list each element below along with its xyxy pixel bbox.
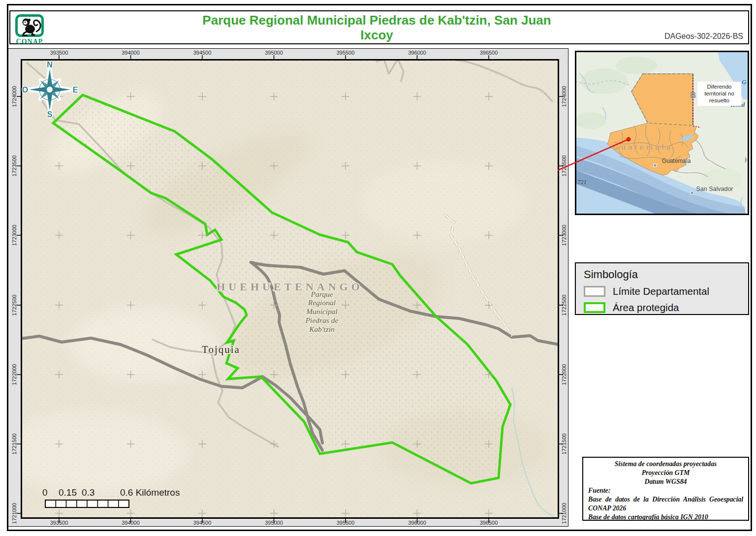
grid-label-easting-bottom: 396500 (469, 519, 508, 526)
grid-label-easting-top: 395000 (254, 49, 294, 56)
depth-label: 721 (577, 179, 587, 186)
grid-label-northing-right: 1723500 (561, 146, 567, 186)
locator-inset: B G Hond Guatemala Guatemala Ho San Salv… (575, 51, 749, 215)
compass-rose: N E S O (22, 61, 80, 119)
legend: Simbología Límite Departamental Área pro… (575, 262, 749, 315)
conap-monkey-icon (15, 14, 44, 37)
legend-item-area: Área protegida (584, 302, 740, 314)
grid-label-easting-top: 396500 (469, 49, 508, 56)
grid-label-easting-top: 394500 (183, 49, 222, 56)
capital-label: Guatemala (662, 158, 691, 164)
legend-title: Simbología (584, 268, 740, 281)
grid-label-easting-bottom: 393500 (39, 519, 79, 526)
document-id: DAGeos-302-2026-BS (664, 32, 743, 41)
scale-quarter: 0.15 (59, 487, 77, 498)
scale-half: 0.3 (82, 487, 94, 498)
grid-label-easting-bottom: 395000 (254, 519, 294, 526)
departmental-limit-swatch (584, 286, 605, 297)
grid-label-northing-right: 1722500 (561, 285, 567, 325)
grid-label-northing-left: 1724000 (11, 77, 18, 116)
source-line2: Base de datos cartografía básica IGN 201… (588, 513, 743, 522)
protected-area-swatch (584, 302, 605, 313)
scale-bar-graphic (30, 499, 192, 510)
gulf-label-fragment: G (742, 78, 747, 86)
svg-text:Piedras de: Piedras de (305, 316, 339, 324)
country-label: Guatemala (613, 143, 673, 151)
grid-label-easting-bottom: 395500 (326, 519, 365, 526)
grid-label-northing-right: 1721500 (561, 424, 567, 464)
grid-label-easting-bottom: 394000 (111, 519, 151, 526)
crs-line2: Proyección GTM (588, 469, 743, 477)
svg-text:Kab'tzin: Kab'tzin (309, 325, 335, 333)
page-title-line1: Parque Regional Municipal Piedras de Kab… (119, 13, 635, 28)
grid-label-easting-bottom: 396000 (398, 519, 437, 526)
san-salvador-label: San Salvador (696, 186, 733, 192)
conap-logo: CONAP (14, 14, 45, 46)
page-title: Parque Regional Municipal Piedras de Kab… (119, 13, 635, 42)
compass-south-label: S (47, 110, 53, 119)
grid-label-easting-top: 396000 (398, 49, 437, 56)
scale-bar: 0 0.15 0.3 0.6 Kilómetros (30, 487, 192, 510)
grid-label-northing-left: 1722000 (11, 355, 18, 394)
grid-label-northing-right: 1721000 (561, 494, 567, 533)
legend-item-limite: Límite Departamental (584, 285, 740, 297)
credits: Sistema de coordenadas proyectadas Proye… (582, 457, 749, 521)
scale-end: 0.6 Kilómetros (120, 487, 180, 498)
capital-city-dot (654, 164, 657, 167)
map-canvas: HUEHUETENANGO Parque Regional Municipal … (21, 59, 559, 519)
grid-label-easting-top: 393500 (39, 49, 79, 56)
compass-west-label: O (22, 86, 28, 94)
grid-label-northing-left: 1721000 (11, 494, 18, 533)
belize-label: B (690, 91, 696, 100)
svg-text:Regional: Regional (308, 298, 336, 307)
map-sheet: CONAP Parque Regional Municipal Piedras … (0, 0, 756, 536)
crs-line1: Sistema de coordenadas proyectadas (588, 460, 743, 469)
svg-text:Parque: Parque (310, 290, 333, 298)
san-salvador-dot (691, 191, 694, 195)
compass-east-label: E (73, 86, 78, 94)
grid-label-easting-top: 395500 (326, 49, 365, 56)
town-label: Tojquia (202, 344, 240, 355)
compass-center (47, 87, 53, 93)
locator-map-canvas: B G Hond Guatemala Guatemala Ho San Salv… (575, 51, 749, 215)
grid-label-northing-left: 1721500 (11, 424, 18, 464)
grid-label-easting-bottom: 394500 (183, 519, 222, 526)
page-title-line2: Ixcoy (119, 28, 635, 42)
grid-label-northing-right: 1722000 (561, 355, 567, 394)
grid-label-northing-left: 1722500 (11, 285, 18, 325)
grid-label-northing-right: 1723000 (561, 216, 567, 255)
grid-label-northing-left: 1723000 (11, 216, 18, 255)
grid-label-northing-left: 1723500 (11, 146, 18, 186)
compass-north-label: N (47, 61, 53, 69)
grid-label-northing-right: 1724000 (561, 77, 567, 116)
scale-zero: 0 (42, 487, 48, 498)
source-heading: Fuente: (588, 486, 743, 495)
source-line1: Base de datos de la Dirección Análisis G… (588, 495, 743, 513)
department-label: HUEHUETENANGO (217, 281, 363, 293)
grid-label-easting-top: 394000 (111, 49, 151, 56)
conap-wordmark: CONAP (14, 38, 45, 46)
crs-line3: Datum WGS84 (588, 477, 743, 486)
svg-text:Municipal: Municipal (306, 307, 338, 315)
dispute-note: Diferendo territorial no resuelto (697, 82, 741, 106)
header: CONAP Parque Regional Municipal Piedras … (9, 10, 749, 44)
map-area: HUEHUETENANGO Parque Regional Municipal … (21, 59, 559, 519)
